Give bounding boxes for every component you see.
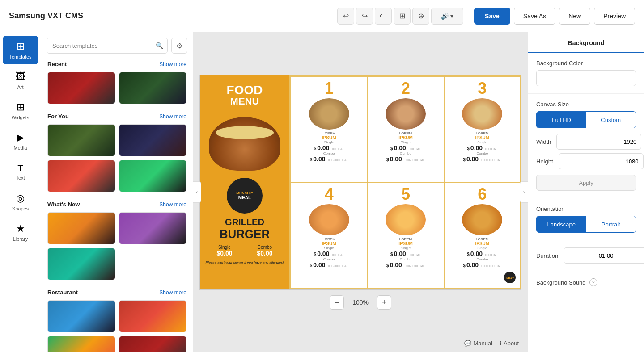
duration-input[interactable]	[564, 247, 644, 264]
menu-text: MENU	[227, 96, 263, 106]
template-thumb[interactable]	[119, 300, 187, 332]
cal-1: 000 CAL	[332, 147, 344, 151]
template-thumb[interactable]	[119, 124, 187, 156]
item-price-row-1: $ 0.00 000 CAL	[314, 144, 344, 151]
munchie-badge: MUNCHIE MEAL	[227, 178, 263, 214]
foryou-show-more[interactable]: Show more	[159, 113, 186, 120]
toolbar-icons: ↩ ↪ 🏷 ⊞ ⊕ 🔊 ▾	[337, 8, 463, 25]
menu-title: FOOD MENU	[227, 84, 263, 106]
menu-item-5: 5 LOREM IPSUM Single $ 0.00 000 CAL Comb…	[367, 182, 444, 288]
munchie-text: MUNCHIE	[236, 191, 253, 195]
layers-button[interactable]: ⊕	[412, 8, 429, 25]
redo-button[interactable]: ↪	[356, 8, 373, 25]
item-image-3	[462, 98, 502, 130]
zoom-out-button[interactable]: −	[330, 295, 344, 310]
template-thumb[interactable]	[119, 72, 187, 104]
whatsnew-show-more[interactable]: Show more	[159, 201, 186, 208]
bg-color-input[interactable]	[536, 70, 636, 86]
portrait-button[interactable]: Portrait	[586, 216, 636, 232]
item-name-en-2: LOREM	[399, 131, 412, 135]
topbar: Samsung VXT CMS ↩ ↪ 🏷 ⊞ ⊕ 🔊 ▾ Save Save …	[0, 0, 644, 32]
item-image-4	[309, 204, 349, 235]
save-as-button[interactable]: Save As	[514, 8, 555, 25]
price-row: Single $0.00 Combo $0.00	[204, 245, 285, 257]
save-button[interactable]: Save	[474, 8, 510, 25]
template-thumb[interactable]	[47, 212, 115, 244]
manual-icon: 💬	[464, 340, 471, 347]
help-icon[interactable]: ?	[589, 278, 597, 286]
menu-item-4: 4 LOREM IPSUM Single $ 0.00 000 CAL Comb…	[291, 182, 367, 288]
media-icon: ▶	[17, 132, 24, 143]
about-label: About	[504, 340, 519, 347]
sidebar-item-art[interactable]: 🖼 Art	[3, 66, 38, 95]
new-button[interactable]: New	[559, 8, 590, 25]
undo-button[interactable]: ↩	[337, 8, 354, 25]
combo-label: Combo	[257, 245, 272, 250]
main-area: ⊞ Templates 🖼 Art ⊞ Widgets ▶ Media T Te…	[0, 32, 644, 352]
collapse-right-button[interactable]: ›	[520, 181, 528, 203]
custom-button[interactable]: Custom	[586, 112, 636, 128]
item-combo-1: Combo	[323, 151, 335, 155]
sidebar-item-templates[interactable]: ⊞ Templates	[3, 36, 38, 64]
sidebar-item-shapes[interactable]: ◎ Shapes	[3, 188, 38, 216]
orientation-label: Orientation	[536, 205, 636, 212]
section-recent-header: Recent Show more	[41, 57, 193, 70]
tag-button[interactable]: 🏷	[375, 8, 392, 25]
audio-button[interactable]: 🔊 ▾	[431, 8, 463, 25]
item-name-em-2: IPSUM	[398, 135, 413, 140]
search-wrap: 🔍	[47, 38, 168, 54]
template-thumb[interactable]	[119, 336, 187, 352]
manual-link[interactable]: 💬 Manual	[464, 340, 492, 347]
search-icon: 🔍	[156, 42, 163, 49]
canvas-size-label: Canvas Size	[536, 101, 636, 108]
height-input[interactable]	[559, 153, 644, 169]
template-thumb[interactable]	[47, 72, 115, 104]
item-combo-price-row-1: $ 0.00 000-0000 CAL	[310, 155, 348, 163]
template-thumb[interactable]	[119, 160, 187, 192]
width-input[interactable]	[556, 134, 641, 150]
sidebar-item-library[interactable]: ★ Library	[3, 218, 38, 247]
duration-section: Duration	[528, 240, 644, 271]
food-text: FOOD	[227, 84, 263, 96]
restaurant-show-more[interactable]: Show more	[159, 289, 186, 296]
right-panel: Background Background Color Canvas Size …	[528, 32, 644, 352]
shapes-icon: ◎	[16, 193, 25, 204]
full-hd-button[interactable]: Full HD	[537, 112, 586, 128]
recent-show-more[interactable]: Show more	[159, 61, 186, 67]
combo-dollar-1: $	[310, 157, 313, 162]
template-thumb[interactable]	[47, 336, 115, 352]
sidebar-item-widgets[interactable]: ⊞ Widgets	[3, 96, 38, 125]
sidebar-label-shapes: Shapes	[12, 206, 29, 211]
templates-icon: ⊞	[17, 41, 25, 52]
zoom-in-button[interactable]: +	[377, 295, 391, 310]
landscape-button[interactable]: Landscape	[537, 216, 586, 232]
grid-button[interactable]: ⊞	[394, 8, 411, 25]
template-thumb[interactable]	[47, 160, 115, 192]
apply-button[interactable]: Apply	[536, 175, 636, 191]
restaurant-grid	[41, 298, 193, 352]
template-thumb[interactable]	[47, 124, 115, 156]
about-link[interactable]: ℹ About	[500, 340, 519, 347]
canvas-wrapper: FOOD MENU MUNCHIE MEAL GRILLED BURGER Si…	[199, 75, 521, 290]
bg-color-section: Background Color	[528, 53, 644, 94]
filter-button[interactable]: ⚙	[171, 38, 187, 54]
template-thumb[interactable]	[119, 212, 187, 244]
width-label: Width	[536, 138, 551, 145]
sidebar-item-text[interactable]: T Text	[3, 157, 38, 186]
menu-item-6: 6 LOREM IPSUM Single $ 0.00 000 CAL Comb…	[444, 182, 521, 288]
item-number-1: 1	[325, 80, 334, 96]
item-number-4: 4	[325, 186, 334, 202]
collapse-left-button[interactable]: ‹	[193, 181, 201, 203]
burger-image	[209, 117, 280, 171]
app-title: Samsung VXT CMS	[9, 11, 83, 21]
height-row: Height	[536, 153, 636, 169]
preview-button[interactable]: Preview	[594, 8, 635, 25]
section-foryou-title: For You	[47, 113, 69, 120]
search-input[interactable]	[47, 38, 168, 54]
price-big-1: 0.00	[317, 144, 329, 151]
sidebar-item-media[interactable]: ▶ Media	[3, 127, 38, 155]
single-label: Single	[216, 245, 232, 250]
template-thumb[interactable]	[47, 248, 115, 280]
template-thumb[interactable]	[47, 300, 115, 332]
item-number-6: 6	[478, 186, 487, 202]
